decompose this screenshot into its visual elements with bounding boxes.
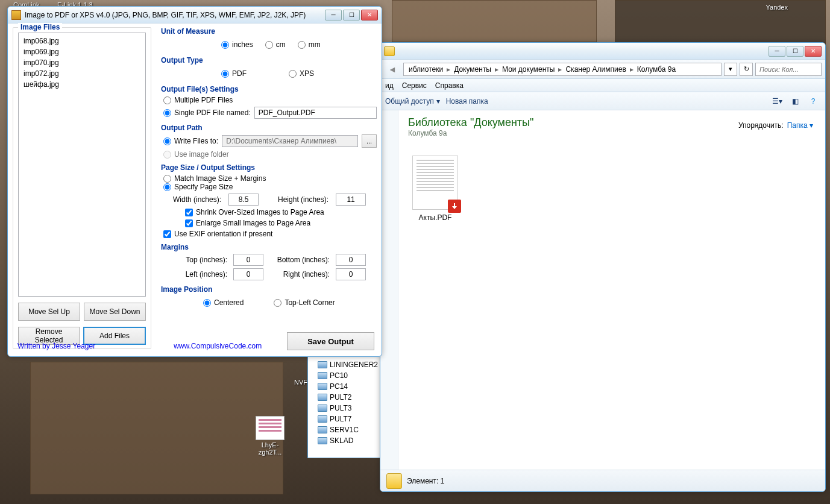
desktop-shortcut-nvr[interactable]: NVF <box>294 379 307 386</box>
width-label: Width (inches): <box>173 195 221 204</box>
crumb[interactable]: иблиотеки <box>406 65 445 74</box>
computer-icon <box>318 426 327 433</box>
list-item[interactable]: imp068.jpg <box>19 36 145 46</box>
move-up-button[interactable]: Move Sel Up <box>18 303 80 321</box>
chevron-right-icon: ▸ <box>494 65 500 74</box>
unit-of-measure-label: Unit of Measure <box>161 27 377 36</box>
margin-left-input[interactable] <box>233 268 263 280</box>
window-title: Image to PDF or XPS v4.0 (JPG, PNG, BMP,… <box>25 11 325 19</box>
maximize-button[interactable]: ☐ <box>787 46 803 57</box>
output-path-input[interactable] <box>222 135 358 147</box>
file-item-pdf[interactable]: Акты.PDF <box>408 156 462 222</box>
file-icon <box>256 416 285 440</box>
explorer-navpane-edge[interactable] <box>380 110 398 470</box>
minimize-button[interactable]: ─ <box>769 46 785 57</box>
checkbox-use-exif[interactable]: Use EXIF orientation if present <box>163 230 272 238</box>
move-down-button[interactable]: Move Sel Down <box>84 303 146 321</box>
dropdown-button[interactable]: ▾ <box>724 63 737 76</box>
status-text: Элемент: 1 <box>407 477 444 485</box>
radio-pdf[interactable]: PDF <box>221 69 247 78</box>
image-file-list[interactable]: imp068.jpg imp069.jpg imp070.jpg imp072.… <box>18 33 146 297</box>
minimize-button[interactable]: ─ <box>325 10 342 20</box>
computer-icon <box>318 394 327 401</box>
margin-right-label: Right (inches): <box>269 270 330 279</box>
app-icon <box>11 10 21 20</box>
crumb[interactable]: Сканер Алимпиев <box>563 65 628 74</box>
output-path-label: Output Path <box>161 124 377 132</box>
folder-icon <box>384 46 395 56</box>
view-mode-button[interactable]: ☰▾ <box>770 95 784 108</box>
margin-top-label: Top (inches): <box>179 256 227 264</box>
explorer-titlebar[interactable]: ─ ☐ ✕ <box>380 43 825 60</box>
radio-specify-page-size[interactable]: Specify Page Size <box>163 183 377 191</box>
toolbar-new-folder[interactable]: Новая папка <box>446 97 488 106</box>
output-files-settings-label: Output File(s) Settings <box>161 85 377 93</box>
search-input[interactable] <box>755 63 822 76</box>
list-item[interactable]: imp072.jpg <box>19 68 145 79</box>
radio-mm[interactable]: mm <box>298 40 321 49</box>
menu-view[interactable]: ид <box>385 81 394 90</box>
height-input[interactable] <box>336 194 366 206</box>
explorer-statusbar: Элемент: 1 <box>380 470 825 491</box>
breadcrumb[interactable]: иблиотеки▸ Документы▸ Мои документы▸ Ска… <box>403 63 722 76</box>
pdf-titlebar[interactable]: Image to PDF or XPS v4.0 (JPG, PNG, BMP,… <box>8 7 382 24</box>
computer-icon <box>318 415 327 423</box>
list-item[interactable]: imp070.jpg <box>19 57 145 68</box>
maximize-button[interactable]: ☐ <box>343 10 360 20</box>
arrange-by: Упорядочить: Папка ▾ <box>738 121 813 130</box>
close-button[interactable]: ✕ <box>805 46 822 57</box>
height-label: Height (inches): <box>278 195 329 204</box>
preview-pane-button[interactable]: ◧ <box>788 95 802 108</box>
desktop-file[interactable]: LhyE-zgh2T... <box>252 416 288 456</box>
explorer-file-area[interactable]: Библиотека "Документы" Колумба 9а Упоряд… <box>398 110 825 470</box>
website-link[interactable]: www.CompulsiveCode.com <box>174 342 262 350</box>
close-button[interactable]: ✕ <box>361 10 378 20</box>
margin-bottom-input[interactable] <box>336 254 366 266</box>
radio-cm[interactable]: cm <box>265 40 286 49</box>
author-link[interactable]: Written by Jesse Yeager <box>17 342 95 350</box>
radio-single-pdf[interactable]: Single PDF File named: <box>163 109 251 117</box>
desktop-decor <box>30 362 283 494</box>
desktop-decor <box>392 0 597 42</box>
checkbox-enlarge[interactable]: Enlarge Small Images to Page Area <box>185 219 310 227</box>
computer-icon <box>318 405 327 412</box>
margin-right-input[interactable] <box>336 268 366 280</box>
radio-multiple-pdf[interactable]: Multiple PDF Files <box>163 96 377 104</box>
save-output-button[interactable]: Save Output <box>287 332 374 350</box>
radio-use-image-folder[interactable]: Use image folder <box>163 150 377 159</box>
radio-xps[interactable]: XPS <box>289 69 314 78</box>
chevron-right-icon: ▸ <box>629 65 635 74</box>
output-type-label: Output Type <box>161 56 377 65</box>
nav-back-button[interactable]: ◄ <box>384 62 401 77</box>
explorer-body: Библиотека "Документы" Колумба 9а Упоряд… <box>380 110 825 470</box>
list-item[interactable]: шейфа.jpg <box>19 79 145 90</box>
margins-label: Margins <box>161 243 377 251</box>
pdf-badge-icon <box>448 200 461 213</box>
radio-inches[interactable]: inches <box>221 40 253 49</box>
computer-icon <box>318 372 327 379</box>
radio-write-files-to[interactable]: Write Files to: <box>163 137 218 145</box>
image-position-label: Image Position <box>161 285 377 294</box>
menu-tools[interactable]: Сервис <box>402 81 427 90</box>
folder-icon <box>386 473 402 489</box>
radio-match-image-size[interactable]: Match Image Size + Margins <box>163 174 377 183</box>
crumb[interactable]: Колумба 9а <box>635 65 678 74</box>
crumb[interactable]: Мои документы <box>500 65 557 74</box>
width-input[interactable] <box>228 194 259 206</box>
checkbox-shrink[interactable]: Shrink Over-Sized Images to Page Area <box>185 208 324 216</box>
toolbar-share[interactable]: Общий доступ ▾ <box>385 97 440 106</box>
list-item[interactable]: imp069.jpg <box>19 46 145 57</box>
radio-top-left-corner[interactable]: Top-Left Corner <box>274 298 335 307</box>
crumb[interactable]: Документы <box>451 65 494 74</box>
computer-icon <box>318 437 327 444</box>
margin-top-input[interactable] <box>233 254 263 266</box>
arrange-link[interactable]: Папка ▾ <box>787 121 813 130</box>
output-filename-input[interactable] <box>254 107 377 119</box>
desktop-shortcut-yandex[interactable]: Yandex <box>766 4 788 11</box>
help-button[interactable]: ? <box>806 95 820 108</box>
browse-button[interactable]: ... <box>362 134 377 148</box>
explorer-window: ─ ☐ ✕ ◄ иблиотеки▸ Документы▸ Мои докуме… <box>380 42 826 492</box>
menu-help[interactable]: Справка <box>435 81 464 90</box>
radio-centered[interactable]: Centered <box>203 298 244 307</box>
refresh-button[interactable]: ↻ <box>740 63 753 76</box>
